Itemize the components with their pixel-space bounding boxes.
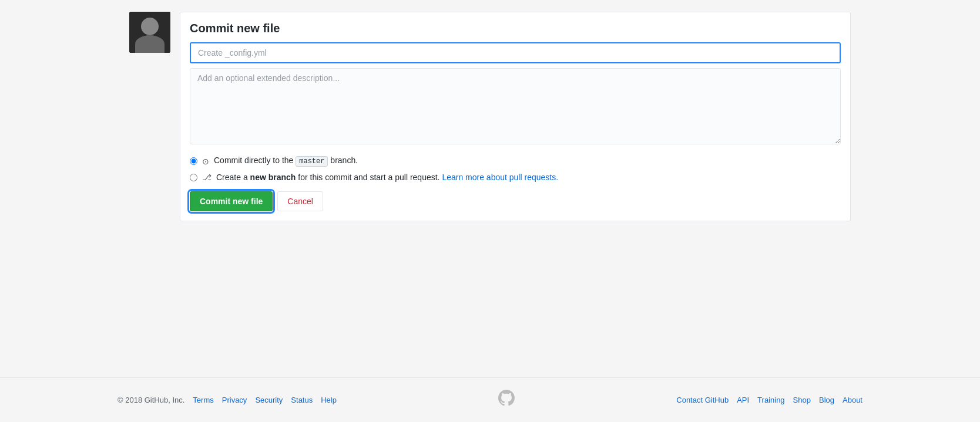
footer-link-privacy[interactable]: Privacy — [222, 396, 247, 404]
main-content: Commit new file ⊙ Commit directly to the… — [0, 0, 980, 377]
branch-radio-new[interactable] — [190, 174, 197, 181]
branch-option-new: ⎇ Create a new branch for this commit an… — [190, 173, 841, 182]
branch-options: ⊙ Commit directly to the master branch. … — [190, 156, 841, 182]
branch-badge: master — [296, 156, 328, 167]
pull-request-icon: ⎇ — [202, 173, 212, 182]
learn-more-link[interactable]: Learn more about pull requests. — [442, 173, 558, 182]
footer-link-training[interactable]: Training — [757, 396, 784, 404]
branch-radio-direct[interactable] — [190, 157, 197, 165]
footer-link-status[interactable]: Status — [291, 396, 313, 404]
footer-link-contact[interactable]: Contact GitHub — [676, 396, 729, 404]
commit-icon: ⊙ — [202, 157, 209, 166]
page-title: Commit new file — [190, 22, 841, 35]
footer-link-about[interactable]: About — [843, 396, 862, 404]
branch-direct-label[interactable]: Commit directly to the master branch. — [214, 156, 358, 167]
commit-form-panel: Commit new file ⊙ Commit directly to the… — [180, 12, 851, 221]
footer-link-blog[interactable]: Blog — [819, 396, 834, 404]
page-container: Commit new file ⊙ Commit directly to the… — [118, 12, 862, 221]
footer-link-terms[interactable]: Terms — [193, 396, 213, 404]
footer-link-api[interactable]: API — [737, 396, 749, 404]
footer-link-security[interactable]: Security — [255, 396, 283, 404]
footer-right: Contact GitHub API Training Shop Blog Ab… — [676, 396, 862, 404]
footer: © 2018 GitHub, Inc. Terms Privacy Securi… — [0, 377, 980, 422]
avatar — [129, 12, 170, 53]
cancel-button[interactable]: Cancel — [277, 191, 323, 211]
footer-center — [498, 390, 515, 410]
footer-left: © 2018 GitHub, Inc. Terms Privacy Securi… — [118, 396, 337, 404]
footer-copyright: © 2018 GitHub, Inc. — [118, 396, 184, 404]
footer-link-shop[interactable]: Shop — [793, 396, 811, 404]
commit-message-input[interactable] — [190, 42, 841, 63]
form-actions: Commit new file Cancel — [190, 191, 841, 211]
github-logo-icon — [498, 390, 515, 410]
commit-new-file-button[interactable]: Commit new file — [190, 191, 273, 211]
footer-link-help[interactable]: Help — [321, 396, 337, 404]
branch-new-label[interactable]: Create a new branch for this commit and … — [216, 173, 558, 182]
footer-inner: © 2018 GitHub, Inc. Terms Privacy Securi… — [118, 390, 862, 410]
commit-description-textarea[interactable] — [190, 68, 841, 144]
branch-option-direct: ⊙ Commit directly to the master branch. — [190, 156, 841, 167]
